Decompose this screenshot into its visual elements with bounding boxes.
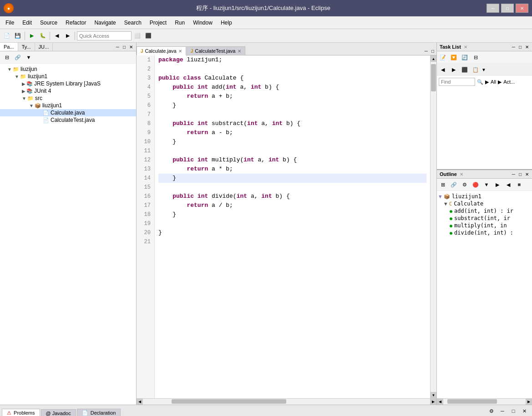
outline-close[interactable]: ✕ (524, 171, 530, 177)
tab-declaration[interactable]: 📄 Declaration (77, 409, 121, 416)
tab-package-explorer[interactable]: Pa... (0, 43, 18, 51)
maximize-button[interactable]: □ (501, 4, 514, 13)
task-btn4[interactable]: 📋 (471, 65, 481, 75)
outline-method-add[interactable]: ● add(int, int) : ir (439, 207, 530, 215)
minimize-button[interactable]: ─ (486, 4, 499, 13)
outline-btn4[interactable]: 🔴 (471, 180, 481, 190)
tab-calculate-java[interactable]: J Calculate.java ✕ (137, 46, 186, 55)
outline-btn1[interactable]: ⊞ (438, 180, 448, 190)
outline-btn2[interactable]: 🔗 (449, 180, 459, 190)
h-scroll-thumb[interactable] (172, 399, 286, 404)
outline-btn5[interactable]: ▼ (481, 180, 491, 190)
tree-liuzijun1[interactable]: ▼ 📁 liuzijun1 (0, 73, 136, 80)
task-new-button[interactable]: 📝 (438, 52, 448, 62)
left-panel-minimize[interactable]: ─ (115, 44, 121, 50)
view-menu-button[interactable]: ▼ (24, 52, 34, 62)
tasklist-close[interactable]: ✕ (524, 44, 530, 50)
scroll-right-button[interactable]: ▶ (430, 399, 436, 405)
tree-junit[interactable]: ▶ 📚 JUnit 4 (0, 87, 136, 95)
menu-help[interactable]: Help (217, 19, 236, 27)
forward-button[interactable]: ▶ (63, 31, 73, 41)
code-editor[interactable]: 1 2 3 4 5 6 7 8 9 10 11 12 13 14 15 16 1 (137, 55, 430, 398)
bottom-settings-button[interactable]: ⚙ (486, 406, 497, 416)
tab-type-hierarchy[interactable]: Ty... (18, 43, 35, 51)
outline-maximize[interactable]: □ (517, 171, 523, 177)
tasklist-minimize[interactable]: ─ (511, 44, 517, 50)
all-label[interactable]: All (491, 79, 496, 85)
collapse-all-button[interactable]: ⊟ (2, 52, 12, 62)
menu-project[interactable]: Project (146, 19, 170, 27)
scroll-up-button[interactable]: ▲ (431, 55, 436, 62)
tree-calculate-test-java[interactable]: 📄 CalculateTest.java (0, 116, 136, 124)
menu-edit[interactable]: Edit (19, 19, 35, 27)
outline-scroll-left[interactable]: ◀ (437, 399, 443, 405)
tree-jre[interactable]: ▶ 📚 JRE System Library [JavaS (0, 80, 136, 87)
scroll-thumb[interactable] (431, 64, 436, 91)
menu-navigate[interactable]: Navigate (91, 19, 119, 27)
run-button[interactable]: ▶ (27, 31, 37, 41)
close-button[interactable]: ✕ (516, 4, 528, 13)
act-label[interactable]: Act... (503, 79, 515, 85)
tasklist-expand-btn[interactable]: ▼ (481, 67, 486, 72)
menu-run[interactable]: Run (171, 19, 188, 27)
vertical-scrollbar[interactable]: ▲ ▼ (430, 55, 436, 398)
bottom-maximize[interactable]: □ (508, 406, 518, 416)
task-sync-button[interactable]: 🔄 (460, 52, 470, 62)
outline-btn7[interactable]: ◀ (503, 180, 513, 190)
bottom-close[interactable]: ✕ (519, 406, 529, 416)
tree-src[interactable]: ▼ 📁 src (0, 95, 136, 102)
left-panel-close[interactable]: ✕ (128, 44, 134, 50)
tab-calculate-java-close[interactable]: ✕ (178, 49, 182, 54)
task-btn2[interactable]: ▶ (449, 65, 459, 75)
scroll-track[interactable] (431, 62, 436, 392)
tree-pkg-liuzijun1[interactable]: ▼ 📦 liuzijun1 (0, 102, 136, 109)
outline-btn6[interactable]: ▶ (492, 180, 502, 190)
menu-search[interactable]: Search (121, 19, 145, 27)
tree-calculate-java[interactable]: 📄 Calculate.java (0, 109, 136, 116)
editor-h-scrollbar[interactable]: ◀ ▶ (137, 398, 436, 405)
find-input[interactable] (439, 78, 475, 86)
menu-file[interactable]: File (2, 19, 18, 27)
outline-method-divide[interactable]: ● divide(int, int) : (439, 229, 530, 236)
tasklist-maximize[interactable]: □ (517, 44, 523, 50)
outline-h-thumb[interactable] (447, 399, 497, 404)
find-search-icon[interactable]: 🔍 (477, 79, 483, 85)
task-collapse-button[interactable]: ⊟ (471, 52, 481, 62)
new-button[interactable]: 📄 (2, 31, 12, 41)
outline-method-substract[interactable]: ● substract(int, ir (439, 215, 530, 222)
tab-calculate-test-java[interactable]: J CalculateTest.java ✕ (187, 46, 245, 55)
tab-calculate-test-java-close[interactable]: ✕ (238, 49, 241, 54)
left-panel-maximize[interactable]: □ (122, 44, 127, 50)
outline-h-scrollbar[interactable]: ◀ ▶ (437, 398, 532, 405)
quick-access-input[interactable] (77, 31, 132, 40)
h-scroll-track[interactable] (143, 399, 430, 405)
back-button[interactable]: ◀ (52, 31, 62, 41)
debug-button[interactable]: 🐛 (38, 31, 48, 41)
toolbar-icon1[interactable]: ⬜ (132, 31, 142, 41)
menu-window[interactable]: Window (189, 19, 216, 27)
outline-class[interactable]: ▼ C Calculate (439, 200, 530, 207)
outline-minimize[interactable]: ─ (511, 171, 517, 177)
tree-liuzijun[interactable]: ▼ 📁 liuzijun (0, 65, 136, 73)
link-editor-button[interactable]: 🔗 (13, 52, 23, 62)
menu-refactor[interactable]: Refactor (62, 19, 90, 27)
outline-scroll-right[interactable]: ▶ (526, 399, 532, 405)
outline-btn8[interactable]: ◾ (514, 180, 524, 190)
code-content[interactable]: package liuzijun1; public class Calculat… (155, 55, 430, 398)
tab-junit[interactable]: JU... (35, 43, 53, 51)
toolbar-icon2[interactable]: ⬛ (143, 31, 153, 41)
task-btn1[interactable]: ◀ (438, 65, 448, 75)
save-button[interactable]: 💾 (13, 31, 23, 41)
outline-method-multiply[interactable]: ● multiply(int, in (439, 222, 530, 229)
tab-problems[interactable]: ⚠ Problems (2, 409, 40, 416)
menu-source[interactable]: Source (36, 19, 61, 27)
editor-minimize[interactable]: ─ (423, 48, 429, 54)
scroll-down-button[interactable]: ▼ (431, 392, 436, 398)
editor-maximize[interactable]: □ (430, 48, 436, 54)
outline-pkg[interactable]: ▼ 📦 liuzijun1 (439, 193, 530, 200)
tab-javadoc[interactable]: @ Javadoc (41, 409, 76, 416)
scroll-left-button[interactable]: ◀ (137, 399, 143, 405)
outline-btn3[interactable]: ⚙ (460, 180, 470, 190)
outline-h-track[interactable] (443, 399, 526, 405)
task-btn3[interactable]: ⬛ (460, 65, 470, 75)
